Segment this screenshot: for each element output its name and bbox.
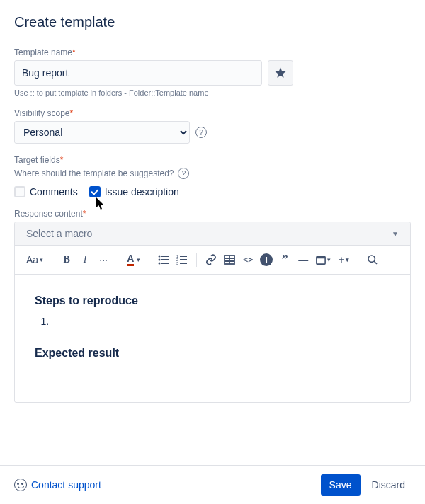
checkbox-comments[interactable]: Comments <box>14 186 78 197</box>
required-asterisk: * <box>69 108 73 118</box>
code-button[interactable]: <> <box>239 250 256 270</box>
separator <box>196 253 197 267</box>
search-icon <box>367 254 378 265</box>
svg-rect-7 <box>180 256 187 257</box>
bold-button[interactable]: B <box>58 250 75 270</box>
required-asterisk: * <box>72 47 76 57</box>
separator <box>358 253 358 267</box>
help-icon[interactable]: ? <box>178 168 189 179</box>
visibility-group: Visibility scope* Personal ? <box>14 108 411 144</box>
checkbox-icon <box>89 186 101 197</box>
find-button[interactable] <box>364 250 381 270</box>
label-text: Target fields <box>14 155 60 165</box>
label-text: Visibility scope <box>14 108 69 118</box>
discard-button[interactable]: Discard <box>366 474 411 496</box>
svg-line-21 <box>374 261 377 264</box>
quote-button[interactable]: ” <box>276 250 293 270</box>
template-name-hint: Use :: to put template in folders - Fold… <box>14 88 411 97</box>
editor-heading: Expected result <box>35 347 390 360</box>
table-button[interactable] <box>221 250 238 270</box>
help-icon[interactable]: ? <box>196 127 207 138</box>
link-icon <box>205 254 217 265</box>
checkbox-label: Comments <box>30 186 78 197</box>
editor-content[interactable]: Steps to reproduce Expected result <box>15 275 410 402</box>
calendar-icon <box>316 255 326 265</box>
label-text: Template name <box>14 47 72 57</box>
checkbox-label: Issue description <box>105 186 179 197</box>
contact-label: Contact support <box>31 479 101 491</box>
insert-more-button[interactable]: +▾ <box>335 250 352 270</box>
numbered-list-icon: 123 <box>176 254 188 265</box>
link-button[interactable] <box>203 250 220 270</box>
visibility-select[interactable]: Personal <box>14 121 190 144</box>
bullet-list-button[interactable] <box>155 250 172 270</box>
svg-rect-3 <box>162 259 169 260</box>
checkbox-icon <box>14 186 26 197</box>
contact-support-link[interactable]: Contact support <box>14 479 101 491</box>
italic-button[interactable]: I <box>76 250 94 270</box>
svg-text:3: 3 <box>176 261 178 265</box>
checkbox-issue-description[interactable]: Issue description <box>89 186 179 197</box>
chevron-down-icon: ▼ <box>392 230 399 238</box>
table-icon <box>224 254 235 265</box>
required-asterisk: * <box>60 155 64 165</box>
separator <box>118 253 118 267</box>
macro-placeholder: Select a macro <box>26 228 92 239</box>
save-button[interactable]: Save <box>321 474 361 496</box>
svg-point-2 <box>159 259 161 261</box>
divider-button[interactable]: — <box>295 250 312 270</box>
template-name-group: Template name* Use :: to put template in… <box>14 47 411 97</box>
hint-text: Where should the template be suggested? <box>14 168 174 178</box>
target-fields-hint: Where should the template be suggested? … <box>14 168 411 179</box>
star-icon <box>274 67 287 79</box>
date-button[interactable]: ▾ <box>313 250 334 270</box>
numbered-list-button[interactable]: 123 <box>174 250 191 270</box>
bullet-list-icon <box>158 254 169 265</box>
editor-toolbar: Aa▾ B I ··· A▾ 123 <box>15 246 410 275</box>
text-style-button[interactable]: Aa▾ <box>23 250 46 270</box>
target-fields-group: Target fields* Where should the template… <box>14 155 411 197</box>
dialog-footer: Contact support Save Discard <box>0 465 425 504</box>
required-asterisk: * <box>83 209 86 219</box>
info-panel-button[interactable]: i <box>260 253 273 266</box>
editor: Select a macro ▼ Aa▾ B I ··· A▾ 123 <box>14 222 411 403</box>
dialog-title: Create template <box>14 14 411 30</box>
response-content-group: Response content* Select a macro ▼ Aa▾ B… <box>14 209 411 403</box>
svg-point-20 <box>368 256 375 262</box>
macro-select[interactable]: Select a macro ▼ <box>15 222 410 246</box>
label-text: Response content <box>14 209 83 219</box>
svg-rect-5 <box>162 263 169 264</box>
favorite-button[interactable] <box>268 60 293 86</box>
target-fields-label: Target fields* <box>14 155 411 165</box>
svg-rect-1 <box>162 256 169 257</box>
svg-rect-17 <box>317 257 325 259</box>
svg-rect-9 <box>180 259 187 260</box>
separator <box>149 253 149 267</box>
svg-rect-11 <box>180 263 187 264</box>
list-item <box>52 316 390 330</box>
template-name-label: Template name* <box>14 47 411 57</box>
template-name-input[interactable] <box>14 60 262 86</box>
more-formatting-button[interactable]: ··· <box>95 250 112 270</box>
separator <box>52 253 52 267</box>
visibility-label: Visibility scope* <box>14 108 411 118</box>
editor-heading: Steps to reproduce <box>35 294 390 307</box>
svg-point-4 <box>159 263 161 265</box>
response-content-label: Response content* <box>14 209 411 219</box>
smiley-icon <box>14 479 27 491</box>
svg-point-0 <box>159 256 161 258</box>
text-color-button[interactable]: A▾ <box>124 250 143 270</box>
